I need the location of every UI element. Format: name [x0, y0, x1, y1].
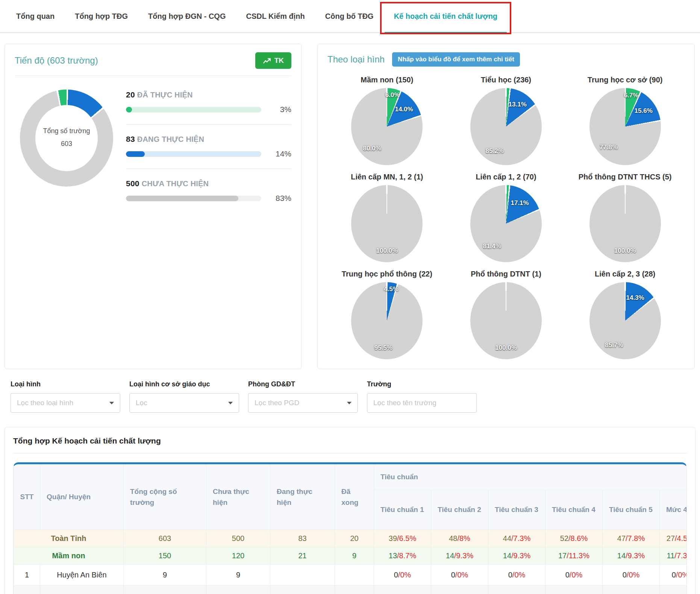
filter-group: Loại hình Lọc theo loại hình — [11, 380, 120, 413]
tab-label: Kế hoạch cải tiến chất lượng — [394, 12, 497, 21]
table-cell: 0/0% — [603, 565, 660, 586]
table-row-total[interactable]: Toàn Tỉnh603500832039/6.5%48/8%44/7.3%52… — [14, 530, 687, 547]
pie-chart[interactable]: 13.1%85.2% — [470, 88, 542, 165]
table-cell: 47/7.8% — [603, 530, 660, 547]
table-cell: 14/9.3% — [603, 547, 660, 565]
filter-label: Loại hình cơ sở giáo dục — [129, 380, 239, 388]
pie-chart-block: Phổ thông DTNT THCS (5) 100.0% — [565, 165, 685, 262]
progress-card: Tiến độ (603 trường) TK Tổng số trường 6… — [5, 44, 302, 369]
pie-chart[interactable]: 17.1%81.4% — [470, 185, 542, 262]
divider — [13, 453, 687, 453]
progress-item-heading: 500CHƯA THỰC HIỆN — [126, 179, 291, 188]
progress-list: 20ĐÃ THỰC HIỆN 3% 83ĐANG THỰC HIỆN 14% 5… — [126, 90, 291, 203]
table-cell — [270, 565, 335, 586]
pie-chart[interactable]: 100.0% — [589, 185, 661, 262]
table-cell: 17/11.3% — [545, 547, 603, 565]
pie-chart[interactable]: 14.3%85.7% — [589, 282, 661, 359]
filter-group: Trường — [367, 380, 477, 413]
standard-count: 17 — [558, 551, 567, 560]
progress-bar-fill — [126, 107, 132, 112]
table-cell — [660, 586, 687, 594]
pie-chart-title: Trung học cơ sở (90) — [565, 76, 685, 84]
pie-chart[interactable]: 100.0% — [470, 282, 542, 359]
standard-count: 0 — [623, 571, 627, 579]
table-row-district[interactable]: 1Huyện An Biên990/0%0/0%0/0%0/0%0/0%0/0% — [14, 565, 687, 586]
table-row-partial — [14, 586, 687, 594]
progress-bar-track — [126, 107, 261, 112]
progress-item-count: 83 — [126, 135, 135, 143]
col-header-in-progress: Đang thực hiện — [270, 465, 335, 530]
filter-bar: Loại hình Lọc theo loại hình Loại hình c… — [11, 380, 695, 413]
tab-label: Công bố TĐG — [325, 12, 374, 21]
standard-percent: /9.3% — [626, 551, 645, 560]
table-cell — [124, 586, 206, 594]
total-schools-donut-chart[interactable]: Tổng số trường 603 — [20, 90, 113, 187]
tab-label: Tổng quan — [16, 12, 55, 21]
tab-tong-quan[interactable]: Tổng quan — [6, 0, 65, 32]
filter-select[interactable]: Lọc — [129, 393, 239, 413]
standard-count: 0 — [672, 571, 676, 579]
pie-chart-block: Phổ thông DTNT (1) 100.0% — [447, 262, 566, 359]
filter-select[interactable]: Lọc theo PGD — [248, 393, 358, 413]
col-header-district: Quận/ Huyện — [40, 465, 124, 530]
table-cell: 20 — [335, 530, 374, 547]
pie-chart-title: Liên cấp MN, 1, 2 (1) — [327, 173, 447, 181]
standard-percent: /6.5% — [397, 534, 416, 542]
pie-chart[interactable]: 6.7%15.6%77.8% — [589, 88, 661, 165]
pie-slice-label: 4.5% — [384, 286, 398, 293]
standard-count: 14 — [503, 551, 511, 560]
pie-slice-label: 14.0% — [395, 106, 413, 113]
tk-button[interactable]: TK — [255, 52, 291, 69]
tab-tong-hop-dgn-cqg[interactable]: Tổng hợp ĐGN - CQG — [138, 0, 236, 32]
standard-percent: /0% — [570, 571, 582, 579]
filter-select[interactable]: Lọc theo loại hình — [11, 393, 120, 413]
progress-item-label: ĐÃ THỰC HIỆN — [137, 91, 193, 99]
tab-label: CSDL Kiểm định — [246, 12, 305, 21]
standard-count: 39 — [389, 534, 397, 542]
tab-cong-bo-tdg[interactable]: Công bố TĐG — [315, 0, 384, 32]
progress-item-percent: 3% — [267, 105, 291, 114]
pie-chart-title: Liên cấp 2, 3 (28) — [565, 270, 685, 278]
pie-chart-title: Liên cấp 1, 2 (70) — [447, 173, 566, 181]
progress-item-percent: 83% — [267, 194, 291, 203]
divider — [126, 169, 291, 169]
tab-tong-hop-tdg[interactable]: Tổng hợp TĐG — [65, 0, 138, 32]
standard-percent: /0% — [398, 571, 411, 579]
standard-count: 44 — [503, 534, 511, 542]
pie-chart[interactable]: 4.5%95.5% — [351, 282, 423, 359]
standard-percent: /0% — [627, 571, 639, 579]
pie-chart[interactable]: 100.0% — [351, 185, 423, 262]
progress-bar-row: 14% — [126, 149, 291, 158]
chevron-down-icon — [228, 402, 233, 404]
table-cell: 1 — [14, 565, 40, 586]
table-cell: 14/9.3% — [431, 547, 488, 565]
table-row-group[interactable]: Mầm non15012021913/8.7%14/9.3%14/9.3%17/… — [14, 547, 687, 565]
table-cell: 11/7.3% — [660, 547, 687, 565]
pie-chart[interactable]: 6.0%14.0%80.0% — [351, 88, 423, 165]
pie-slice-label: 100.0% — [614, 247, 636, 255]
standard-percent: /11.3% — [567, 551, 589, 560]
progress-item-percent: 14% — [267, 149, 291, 158]
school-name-filter-input[interactable] — [367, 393, 477, 413]
filter-placeholder: Lọc theo PGD — [255, 399, 299, 407]
tab-csdl-kiem-dinh[interactable]: CSDL Kiểm định — [236, 0, 315, 32]
progress-item-label: CHƯA THỰC HIỆN — [142, 179, 209, 188]
chevron-down-icon — [347, 402, 352, 404]
standard-count: 11 — [667, 551, 675, 560]
table-cell: 14/9.3% — [488, 547, 545, 565]
table-cell: 0/0% — [660, 565, 687, 586]
pie-slice-label: 85.2% — [486, 147, 504, 155]
pie-chart-block: Liên cấp 2, 3 (28) 14.3%85.7% — [565, 262, 685, 359]
progress-bar-row: 83% — [126, 194, 291, 203]
progress-item-count: 20 — [126, 90, 135, 99]
tab-ke-hoach-cai-tien-chat-luong[interactable]: Kế hoạch cải tiến chất lượng — [384, 0, 508, 32]
standard-count: 52 — [560, 534, 568, 542]
table-cell: 9 — [206, 565, 270, 586]
summary-table-card: Tổng hợp Kế hoạch cải tiến chất lượng ST… — [5, 427, 695, 594]
standard-count: 14 — [617, 551, 626, 560]
table-cell — [270, 586, 335, 594]
pie-chart-grid: Mầm non (150) 6.0%14.0%80.0% Tiểu học (2… — [327, 68, 685, 359]
table-cell: 52/8.6% — [545, 530, 603, 547]
table-cell — [14, 586, 40, 594]
standard-percent: /0% — [676, 571, 687, 579]
